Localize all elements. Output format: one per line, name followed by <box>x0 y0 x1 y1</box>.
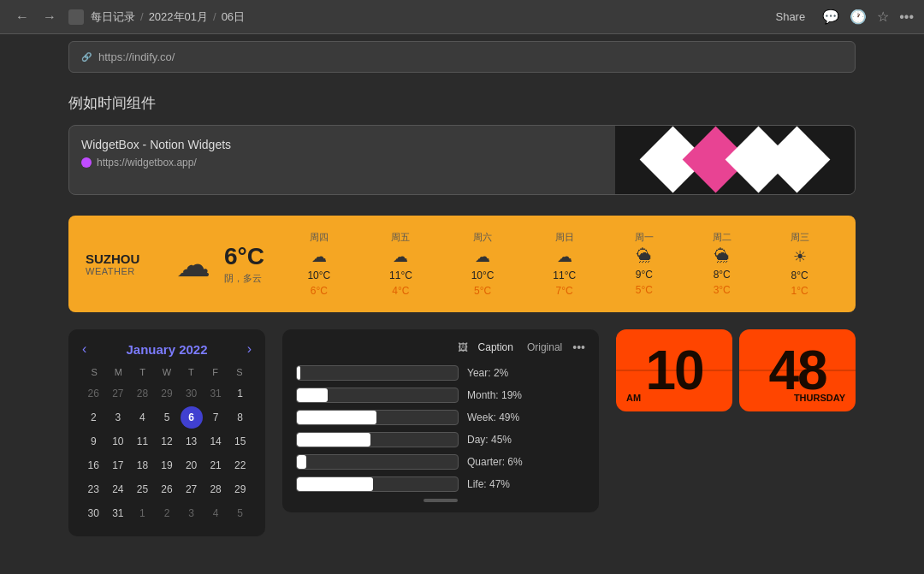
calendar-month-label: January 2022 <box>126 342 207 357</box>
progress-bar-bg <box>296 454 459 470</box>
caption-icon: 🖼 <box>458 341 468 353</box>
link-favicon-icon: 🔗 <box>81 52 92 62</box>
calendar-cell[interactable]: 25 <box>131 478 153 500</box>
cal-day-name: S <box>82 365 106 379</box>
forecast-icon: ☁ <box>557 247 572 266</box>
calendar-cell[interactable]: 12 <box>156 430 178 453</box>
forecast-day: 周四 ☁ 10°C 6°C <box>307 231 330 297</box>
calendar-cell[interactable]: 1 <box>229 382 252 405</box>
widgetbox-url: https://widgetbox.app/ <box>97 157 197 169</box>
calendar-cell[interactable]: 11 <box>131 430 153 453</box>
forecast-icon: 🌦 <box>637 247 652 265</box>
calendar-cell[interactable]: 7 <box>204 406 227 429</box>
progress-label: Month: 19% <box>467 389 522 401</box>
forecast-day-name: 周一 <box>635 231 654 244</box>
weather-location: SUZHOU WEATHER <box>86 251 163 276</box>
calendar-cell[interactable]: 24 <box>107 478 129 500</box>
calendar-cell[interactable]: 20 <box>181 454 203 476</box>
forecast-high: 11°C <box>553 269 576 281</box>
calendar-cell[interactable]: 8 <box>229 406 252 429</box>
calendar-cell[interactable]: 19 <box>156 454 178 476</box>
progress-row: Week: 49% <box>296 410 585 425</box>
calendar-cell[interactable]: 27 <box>107 382 129 405</box>
nav-buttons: ← → <box>10 8 62 27</box>
calendar-cell[interactable]: 16 <box>82 454 104 476</box>
calendar-cell[interactable]: 29 <box>229 478 252 500</box>
star-icon[interactable]: ☆ <box>877 9 889 25</box>
calendar-cell[interactable]: 5 <box>156 406 178 429</box>
calendar-days-header: SMTWTFS <box>82 365 252 379</box>
weather-cloud-icon: ☁ <box>176 245 210 284</box>
calendar-cell[interactable]: 22 <box>229 454 252 476</box>
calendar-cell[interactable]: 17 <box>107 454 129 476</box>
progress-bar-fill <box>297 388 328 402</box>
calendar-cell[interactable]: 27 <box>181 478 203 500</box>
calendar-cell[interactable]: 15 <box>229 430 252 453</box>
forecast-day-name: 周五 <box>391 231 410 244</box>
progress-scroll-indicator <box>296 499 585 502</box>
progress-row: Year: 2% <box>296 365 585 381</box>
more-icon[interactable]: ••• <box>899 9 914 25</box>
calendar-prev-button[interactable]: ‹ <box>82 341 86 357</box>
share-button[interactable]: Share <box>768 7 812 27</box>
calendar-cell[interactable]: 1 <box>131 502 153 524</box>
weather-forecast: 周四 ☁ 10°C 6°C 周五 ☁ 11°C 4°C 周六 ☁ 10°C 5°… <box>278 231 838 297</box>
calendar-cell[interactable]: 26 <box>82 382 104 405</box>
calendar-cell[interactable]: 3 <box>107 406 129 429</box>
calendar-cell[interactable]: 4 <box>131 406 153 429</box>
clock-am-pm: AM <box>626 393 641 403</box>
progress-bar-bg <box>296 410 459 425</box>
calendar-cell[interactable]: 30 <box>181 382 203 405</box>
calendar-cell[interactable]: 28 <box>204 478 227 500</box>
forecast-high: 11°C <box>389 269 412 281</box>
forecast-day: 周六 ☁ 10°C 5°C <box>471 231 495 297</box>
forecast-icon: ☁ <box>475 247 490 266</box>
bottom-row: ‹ January 2022 › SMTWTFS 262728293031123… <box>68 329 856 536</box>
forecast-low: 3°C <box>714 284 731 296</box>
calendar-cell[interactable]: 30 <box>82 502 104 524</box>
forecast-day-name: 周二 <box>713 231 732 244</box>
calendar-cell[interactable]: 2 <box>82 406 104 429</box>
calendar-cell[interactable]: 13 <box>181 430 203 453</box>
forward-button[interactable]: → <box>38 8 62 27</box>
comment-icon[interactable]: 💬 <box>822 9 839 25</box>
weather-city: SUZHOU <box>86 251 163 266</box>
original-tab[interactable]: Original <box>524 340 566 355</box>
calendar-next-button[interactable]: › <box>247 341 252 357</box>
calendar-cell[interactable]: 10 <box>107 430 129 453</box>
history-icon[interactable]: 🕐 <box>850 9 867 25</box>
progress-more-icon[interactable]: ••• <box>572 340 585 354</box>
cal-day-name: T <box>179 365 203 379</box>
page-icon <box>68 9 84 25</box>
calendar-cell[interactable]: 2 <box>156 502 178 524</box>
back-button[interactable]: ← <box>10 8 34 27</box>
cal-day-name: F <box>203 365 227 379</box>
widgetbox-card-content: WidgetBox - Notion Widgets https://widge… <box>69 126 615 194</box>
forecast-icon: 🌦 <box>714 247 730 265</box>
calendar-cell[interactable]: 4 <box>204 502 227 524</box>
calendar-cell[interactable]: 23 <box>82 478 104 500</box>
caption-tab[interactable]: Caption <box>475 340 517 355</box>
calendar-widget: ‹ January 2022 › SMTWTFS 262728293031123… <box>68 329 265 536</box>
calendar-cell[interactable]: 6 <box>181 406 203 429</box>
progress-bar-fill <box>297 455 306 469</box>
weather-label: WEATHER <box>86 266 163 276</box>
progress-toolbar: 🖼 Caption Original ••• <box>296 340 585 355</box>
diamond-4 <box>764 127 831 193</box>
calendar-cell[interactable]: 14 <box>204 430 227 453</box>
forecast-high: 8°C <box>791 269 808 281</box>
calendar-cell[interactable]: 26 <box>156 478 178 500</box>
calendar-cell[interactable]: 29 <box>156 382 178 405</box>
calendar-cell[interactable]: 18 <box>131 454 153 476</box>
calendar-cell[interactable]: 31 <box>107 502 129 524</box>
calendar-cell[interactable]: 3 <box>181 502 203 524</box>
calendar-cell[interactable]: 21 <box>204 454 227 476</box>
scroll-bar <box>424 499 458 502</box>
calendar-cell[interactable]: 31 <box>204 382 227 405</box>
indify-link-card[interactable]: 🔗 https://indify.co/ <box>68 41 856 73</box>
calendar-cell[interactable]: 5 <box>229 502 252 524</box>
forecast-low: 5°C <box>636 284 653 296</box>
calendar-cell[interactable]: 28 <box>131 382 153 405</box>
forecast-day: 周五 ☁ 11°C 4°C <box>389 231 412 297</box>
calendar-cell[interactable]: 9 <box>82 430 104 453</box>
